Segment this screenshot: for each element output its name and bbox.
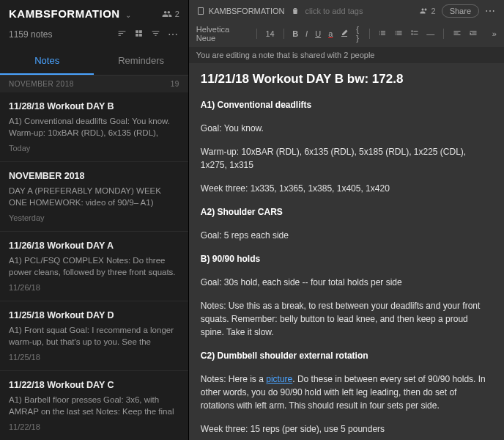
- note-item-title: 11/25/18 Workout DAY D: [9, 310, 179, 320]
- note-item-title: 11/26/18 Workout DAY A: [9, 241, 179, 251]
- body-text: Goal: You know.: [201, 122, 492, 135]
- tab-reminders[interactable]: Reminders: [94, 48, 188, 75]
- bullet-list-button[interactable]: [378, 29, 387, 39]
- note-item-date: 11/22/18: [9, 422, 179, 431]
- notebook-name: KAMBSFORMATION: [209, 7, 285, 15]
- notebook-selector[interactable]: KAMBSFORMATION ⌄: [9, 7, 131, 20]
- note-item-preview: A1) Front squat Goal: I recommend a long…: [9, 324, 179, 348]
- note-item-date: Yesterday: [9, 213, 179, 222]
- notebook-title: KAMBSFORMATION: [9, 7, 120, 20]
- note-item[interactable]: NOVEMBER 2018 DAY A (PREFERABLY MONDAY) …: [0, 162, 188, 232]
- share-notice: You are editing a note that is shared wi…: [189, 47, 504, 63]
- expand-toolbar-icon[interactable]: »: [492, 29, 497, 38]
- underline-button[interactable]: U: [315, 29, 321, 38]
- note-item-title: NOVEMBER 2018: [9, 171, 179, 181]
- sidebar-tabs: Notes Reminders: [0, 48, 188, 76]
- editor-shared-count: 2: [431, 7, 436, 15]
- note-item-preview: A1) Conventional deadlifts Goal: You kno…: [9, 115, 179, 139]
- body-heading: B) 90/90 holds: [201, 254, 260, 264]
- chevron-down-icon: ⌄: [125, 11, 131, 19]
- indent-button[interactable]: [469, 29, 478, 39]
- tab-notes[interactable]: Notes: [0, 48, 94, 75]
- sort-icon[interactable]: [117, 29, 127, 40]
- section-label: NOVEMBER 2018: [9, 80, 74, 88]
- checklist-button[interactable]: [410, 29, 419, 39]
- shared-users-indicator[interactable]: 2: [162, 9, 179, 19]
- editor-shared-indicator[interactable]: 2: [420, 7, 436, 15]
- people-icon: [420, 7, 429, 15]
- note-item[interactable]: 11/25/18 Workout DAY D A1) Front squat G…: [0, 301, 188, 371]
- editor-header: KAMBSFORMATION click to add tags 2 Share…: [189, 0, 504, 22]
- shared-count: 2: [175, 10, 179, 18]
- note-editor: KAMBSFORMATION click to add tags 2 Share…: [189, 0, 504, 440]
- body-heading: C2) Dumbbell shoulder external rotation: [201, 351, 368, 361]
- note-item-title: 11/28/18 Workout DAY B: [9, 101, 179, 111]
- note-item-preview: A1) PCL/FSQ COMPLEX Notes: Do three powe…: [9, 254, 179, 278]
- note-item-date: 11/26/18: [9, 283, 179, 292]
- body-text: Goal: 30s hold, each side -- four total …: [201, 276, 492, 289]
- note-count: 1159 notes: [9, 29, 52, 40]
- note-item-title: 11/22/18 Workout DAY C: [9, 380, 179, 390]
- align-button[interactable]: [453, 29, 462, 39]
- body-text: Goal: 5 reps each side: [201, 229, 492, 242]
- body-heading: A2) Shoulder CARS: [201, 207, 283, 217]
- note-item-preview: A1) Barbell floor presses Goal: 3x6, wit…: [9, 394, 179, 417]
- editor-more-icon[interactable]: ⋯: [485, 8, 497, 14]
- font-size-select[interactable]: 14: [265, 29, 274, 38]
- note-item-date: 11/25/18: [9, 353, 179, 362]
- note-item[interactable]: 11/28/18 Workout DAY B A1) Conventional …: [0, 92, 188, 162]
- body-text: Warm-up: 10xBAR (RDL), 6x135 (RDL), 5x18…: [201, 145, 492, 172]
- highlight-button[interactable]: [340, 29, 349, 39]
- note-item[interactable]: 11/22/18 Workout DAY C A1) Barbell floor…: [0, 371, 188, 440]
- trash-icon[interactable]: [291, 7, 300, 15]
- code-block-button[interactable]: { }: [356, 25, 360, 43]
- body-text: Week three: 1x335, 1x365, 1x385, 1x405, …: [201, 182, 492, 195]
- note-body[interactable]: 11/21/18 Workout DAY B bw: 172.8 A1) Con…: [189, 63, 504, 440]
- notebook-icon: [196, 7, 205, 15]
- body-text: Notes: Here is a picture. Do these in be…: [201, 373, 492, 412]
- note-list-sidebar: KAMBSFORMATION ⌄ 2 1159 notes ⋯ Notes Re…: [0, 0, 189, 440]
- picture-link[interactable]: picture: [266, 374, 292, 384]
- numbered-list-button[interactable]: [394, 29, 403, 39]
- sidebar-header: KAMBSFORMATION ⌄ 2: [0, 0, 188, 26]
- bold-button[interactable]: B: [292, 29, 298, 38]
- notes-list[interactable]: 11/28/18 Workout DAY B A1) Conventional …: [0, 92, 188, 440]
- note-item-date: Today: [9, 144, 179, 153]
- note-item-preview: DAY A (PREFERABLY MONDAY) WEEK ONE HOMEW…: [9, 185, 179, 208]
- format-toolbar: Helvetica Neue 14 B I U a { } — »: [189, 22, 504, 47]
- body-text: Week three: 15 reps (per side), use 5 po…: [201, 422, 492, 436]
- color-button[interactable]: a: [328, 29, 333, 38]
- view-mode-icon[interactable]: [134, 29, 144, 40]
- more-options-icon[interactable]: ⋯: [168, 32, 179, 37]
- font-family-select[interactable]: Helvetica Neue: [196, 25, 248, 43]
- tags-input[interactable]: click to add tags: [305, 7, 363, 15]
- italic-button[interactable]: I: [305, 29, 308, 38]
- notebook-chip[interactable]: KAMBSFORMATION: [196, 7, 285, 15]
- section-count: 19: [171, 80, 179, 88]
- hr-button[interactable]: —: [426, 29, 434, 38]
- list-toolbar: ⋯: [117, 29, 179, 40]
- body-heading: A1) Conventional deadlifts: [201, 100, 311, 110]
- section-header: NOVEMBER 2018 19: [0, 76, 188, 92]
- people-icon: [162, 9, 172, 19]
- share-button[interactable]: Share: [442, 4, 479, 18]
- filter-icon[interactable]: [151, 29, 160, 40]
- note-item[interactable]: 11/26/18 Workout DAY A A1) PCL/FSQ COMPL…: [0, 232, 188, 301]
- note-count-row: 1159 notes ⋯: [0, 26, 188, 48]
- note-title[interactable]: 11/21/18 Workout DAY B bw: 172.8: [201, 72, 492, 87]
- body-text: Notes: Use this as a break, to rest betw…: [201, 299, 492, 339]
